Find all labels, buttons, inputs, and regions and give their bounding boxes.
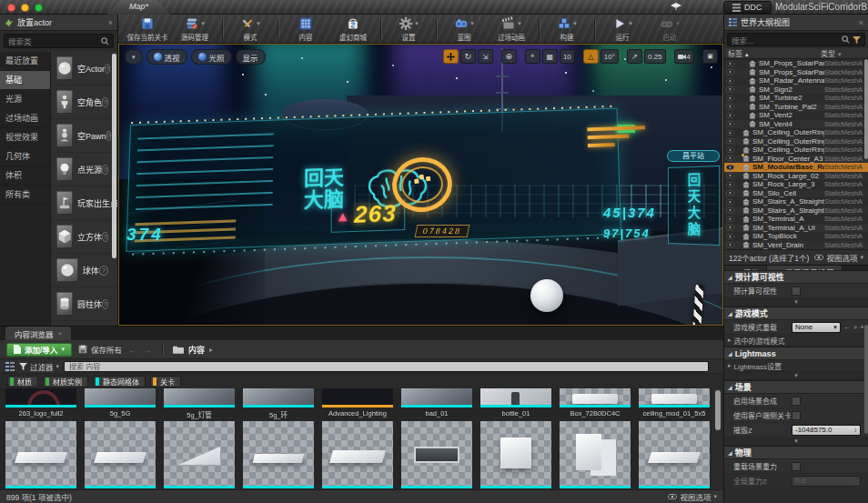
- outliner-row[interactable]: SM_Ceiling_OuterRing_StaticMeshA: [724, 128, 868, 137]
- property-lightmass-settings[interactable]: Lightmass设置: [724, 360, 868, 372]
- outliner-tab-close-icon[interactable]: ×: [859, 18, 863, 27]
- toolbar-button-source[interactable]: 源码管理: [171, 15, 218, 43]
- section-physics[interactable]: 物理: [724, 446, 868, 459]
- outliner-row[interactable]: SM_Silo_CellStaticMeshA: [724, 189, 868, 198]
- toolbar-button-blueprint[interactable]: 蓝图: [440, 15, 488, 43]
- back-icon[interactable]: ←: [128, 345, 137, 355]
- viewport-lit-button[interactable]: 光照: [191, 49, 232, 65]
- visibility-eye-icon[interactable]: [726, 207, 734, 213]
- toolbar-button-settings[interactable]: 设置: [385, 15, 432, 43]
- ddc-button[interactable]: DDC: [723, 1, 772, 14]
- outliner-row[interactable]: SM_Terminal_A_UIStaticMeshA: [724, 224, 868, 233]
- place-category-1[interactable]: 基础: [0, 71, 50, 90]
- precomputed-visibility-checkbox[interactable]: [792, 287, 801, 296]
- maximize-viewport-button[interactable]: ▣: [702, 49, 718, 64]
- outliner-row[interactable]: SM_Radar_Antenna2StaticMeshA: [724, 76, 868, 86]
- asset-tile[interactable]: 263_logo_full2: [5, 388, 76, 417]
- drag-handle-icon[interactable]: ?: [99, 266, 108, 276]
- place-item-4[interactable]: 玩家出生点?: [51, 186, 117, 220]
- forward-icon[interactable]: →: [143, 345, 152, 355]
- visibility-eye-icon[interactable]: [726, 199, 734, 205]
- asset-tile[interactable]: [480, 421, 551, 488]
- section-precomputed-visibility[interactable]: 预计算可视性: [724, 270, 868, 284]
- visibility-eye-icon[interactable]: [726, 225, 734, 230]
- browse-icon[interactable]: ⌕: [853, 323, 857, 332]
- place-category-2[interactable]: 光源: [0, 90, 50, 109]
- world-settings-scrollbar[interactable]: [864, 325, 868, 434]
- outliner-row[interactable]: SM_Turbine_Pal2StaticMeshA: [724, 103, 868, 112]
- viewport-options-button[interactable]: ▾: [125, 49, 143, 65]
- outliner-row[interactable]: SM_Turbine2StaticMeshA: [724, 94, 868, 103]
- visibility-eye-icon[interactable]: [726, 182, 734, 187]
- asset-tile[interactable]: [5, 421, 76, 488]
- surface-snap-button[interactable]: ⌖: [525, 49, 540, 64]
- drag-handle-icon[interactable]: ?: [102, 165, 108, 175]
- place-item-1[interactable]: 空角色?: [51, 86, 117, 119]
- content-search-input[interactable]: 搜索 内容: [64, 361, 709, 372]
- visibility-eye-icon[interactable]: [726, 216, 734, 222]
- add-import-button[interactable]: 添加/导入: [6, 343, 72, 357]
- section-world[interactable]: 场景: [724, 380, 868, 394]
- kill-z-input[interactable]: -1048575.0↕: [792, 425, 861, 436]
- place-item-5[interactable]: 立方体?: [51, 220, 117, 254]
- visibility-eye-icon[interactable]: [726, 190, 734, 196]
- asset-tile[interactable]: [85, 421, 156, 488]
- visibility-eye-icon[interactable]: [726, 78, 734, 84]
- place-item-8[interactable]: 椎体?: [51, 321, 117, 326]
- path-breadcrumb[interactable]: 内容: [173, 344, 213, 356]
- filters-button[interactable]: 过滤器: [19, 361, 59, 372]
- window-zoom-button[interactable]: [35, 4, 43, 12]
- visibility-eye-icon[interactable]: [726, 104, 734, 109]
- world-composition-checkbox[interactable]: [792, 397, 801, 406]
- toolbar-button-launch[interactable]: 启动: [646, 15, 693, 43]
- visibility-eye-icon[interactable]: [726, 86, 734, 92]
- grid-snap-value[interactable]: 10: [560, 49, 575, 64]
- camera-speed-button[interactable]: 4: [674, 49, 694, 64]
- outliner-row[interactable]: SM_Floor_Center_A3StaticMeshA: [724, 155, 868, 164]
- outliner-row[interactable]: SM_ModularBase_RamStaticMeshA: [724, 163, 868, 172]
- visibility-eye-icon[interactable]: [726, 69, 734, 75]
- place-item-6[interactable]: 球体?: [51, 254, 117, 287]
- asset-tile[interactable]: 5g_环: [243, 388, 314, 419]
- asset-tile[interactable]: 5g_5G: [85, 388, 156, 417]
- place-category-7[interactable]: 所有类: [0, 186, 50, 205]
- outliner-row[interactable]: SM_Vent4StaticMeshA: [724, 120, 868, 129]
- section-expander[interactable]: [724, 372, 868, 380]
- grid-snap-button[interactable]: ▦: [542, 49, 558, 64]
- drag-handle-icon[interactable]: ?: [102, 97, 108, 107]
- outliner-scrollbar[interactable]: [864, 59, 868, 159]
- stepper-icon[interactable]: ↕: [854, 427, 858, 433]
- scale-tool-button[interactable]: ⇲: [478, 49, 493, 64]
- drag-handle-icon[interactable]: ?: [106, 131, 112, 141]
- translate-tool-button[interactable]: [443, 49, 459, 64]
- outliner-row[interactable]: SM_Ceiling_OuterRing_StaticMeshA: [724, 146, 868, 155]
- asset-tile[interactable]: [401, 421, 472, 488]
- content-browser-tab-close-icon[interactable]: ×: [58, 329, 63, 337]
- content-browser-tab[interactable]: 内容浏览器 ×: [5, 327, 71, 340]
- asset-tile[interactable]: Box_72B0DC4C: [560, 388, 631, 417]
- toolbar-button-cine[interactable]: 过场动画: [488, 15, 535, 43]
- outliner-search-input[interactable]: 搜索...: [727, 33, 865, 46]
- filter-chip-0[interactable]: 材质: [7, 376, 38, 387]
- rotation-snap-value[interactable]: 10°: [601, 49, 619, 64]
- place-item-2[interactable]: 空Pawn?: [51, 119, 117, 153]
- visibility-eye-icon[interactable]: [726, 138, 734, 144]
- place-category-5[interactable]: 几何体: [0, 147, 50, 166]
- toolbar-button-modes[interactable]: 模式: [227, 15, 274, 43]
- scale-snap-value[interactable]: 0.25: [644, 49, 666, 64]
- filter-chip-3[interactable]: 关卡: [150, 376, 181, 387]
- asset-tile[interactable]: [560, 421, 631, 488]
- window-close-button[interactable]: [7, 4, 15, 12]
- level-tab[interactable]: Map*: [107, 0, 170, 15]
- outliner-row[interactable]: SM_Rock_Large_3StaticMeshA: [724, 180, 868, 189]
- outliner-row[interactable]: SM_Sign2StaticMeshA: [724, 86, 868, 95]
- viewport-show-button[interactable]: 显示: [236, 49, 266, 65]
- filter-chip-2[interactable]: 静态网格体: [93, 376, 146, 387]
- toolbar-button-play[interactable]: 运行: [599, 15, 646, 43]
- asset-tile[interactable]: [322, 421, 393, 488]
- place-category-0[interactable]: 最近放置: [0, 52, 50, 71]
- save-all-button[interactable]: 保存所有: [78, 344, 122, 355]
- override-gravity-checkbox[interactable]: [792, 462, 801, 471]
- outliner-row[interactable]: SM_Vent_DrainStaticMeshA: [724, 241, 868, 250]
- place-actors-tab[interactable]: 放置actor ×: [0, 15, 117, 31]
